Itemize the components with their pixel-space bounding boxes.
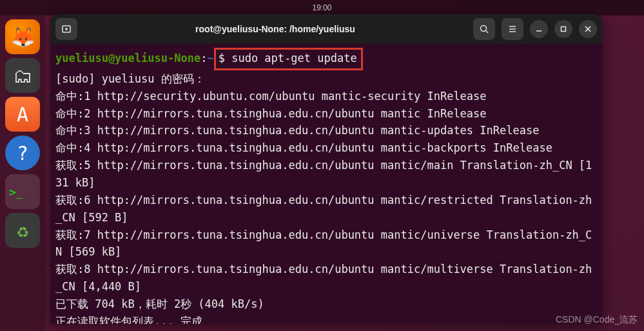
dock: 🦊 🗂 A ? >_ ♻ [0,15,45,331]
terminal-body[interactable]: yueliusu@yueliusu-None:~$ sudo apt-get u… [50,44,602,324]
dock-firefox-icon[interactable]: 🦊 [5,19,40,54]
output-line: 命中:3 http://mirrors.tuna.tsinghua.edu.cn… [55,122,597,139]
dock-help-icon[interactable]: ? [5,135,40,170]
minimize-button[interactable] [530,20,548,38]
command-highlight: $ sudo apt-get update [214,48,363,70]
command-text: sudo apt-get update [231,52,356,65]
svg-line-4 [486,31,488,33]
prompt-symbol: $ [219,52,225,65]
dock-trash-icon[interactable]: ♻ [5,213,40,248]
output-line: 获取:5 http://mirrors.tuna.tsinghua.edu.cn… [55,157,597,192]
dock-terminal-icon[interactable]: >_ [5,174,40,209]
top-panel: 19:00 [0,0,644,15]
svg-rect-9 [561,27,566,32]
output-line: 命中:4 http://mirrors.tuna.tsinghua.edu.cn… [55,139,597,157]
output-line: 已下载 704 kB，耗时 2秒 (404 kB/s) [55,296,597,313]
window-title: root@yueliusu-None: /home/yueliusu [83,24,468,34]
prompt-path: ~ [207,52,213,65]
prompt-sep: : [200,52,207,65]
search-button[interactable] [473,18,495,40]
close-button[interactable] [579,20,597,38]
dock-files-icon[interactable]: 🗂 [5,58,40,93]
output-line: 获取:7 http://mirrors.tuna.tsinghua.edu.cn… [55,226,597,261]
prompt-user: yueliusu@yueliusu-None [55,52,200,65]
output-line: 获取:6 http://mirrors.tuna.tsinghua.edu.cn… [55,192,597,226]
clock: 19:00 [312,3,331,12]
output-line: 正在读取软件包列表... 完成 [55,313,597,324]
hamburger-menu-button[interactable] [502,18,523,40]
dock-software-icon[interactable]: A [5,97,40,132]
maximize-button[interactable] [554,20,572,38]
terminal-window: root@yueliusu-None: /home/yueliusu yueli… [50,14,602,324]
output-line: 获取:8 http://mirrors.tuna.tsinghua.edu.cn… [55,261,597,296]
new-tab-button[interactable] [55,18,77,40]
svg-point-3 [481,26,487,32]
output-line: [sudo] yueliusu 的密码： [55,70,597,88]
watermark: CSDN @Code_流苏 [556,314,638,326]
titlebar: root@yueliusu-None: /home/yueliusu [50,14,602,44]
output-line: 命中:1 http://security.ubuntu.com/ubuntu m… [55,88,597,105]
output-line: 命中:2 http://mirrors.tuna.tsinghua.edu.cn… [55,105,597,123]
